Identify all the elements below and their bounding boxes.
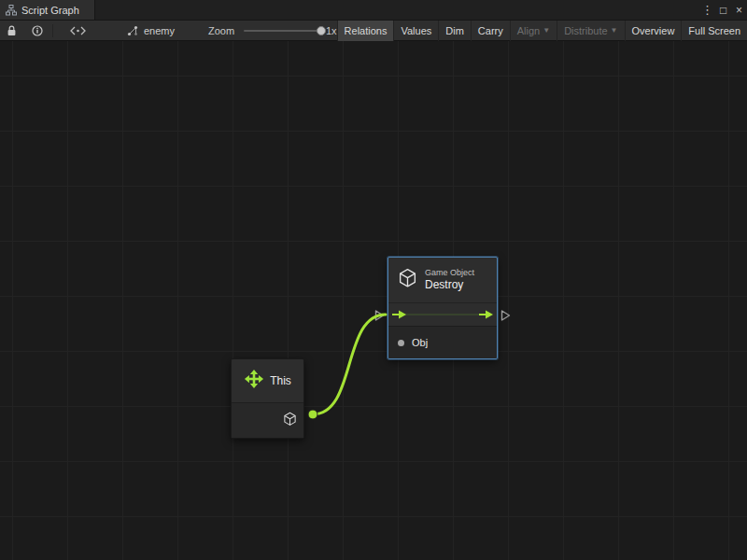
graph-asset-icon: [123, 21, 142, 41]
cube-icon: [398, 268, 417, 292]
code-icon[interactable]: [66, 21, 90, 41]
titlebar: Script Graph ⋮ □ ×: [0, 0, 747, 21]
move-arrows-icon: [244, 369, 264, 393]
node-destroy[interactable]: Game Object Destroy Obj: [388, 257, 498, 359]
maximize-icon[interactable]: □: [715, 0, 731, 20]
toolbar-button-group: Relations Values Dim Carry Align ▼ Distr…: [337, 21, 747, 41]
node-this-title: This: [270, 374, 291, 387]
overview-button-label: Overview: [632, 25, 675, 36]
graph-name-label: enemy: [144, 25, 175, 36]
overview-button[interactable]: Overview: [625, 21, 682, 41]
flow-out-arrow-icon[interactable]: [479, 310, 493, 319]
obj-input-port[interactable]: [398, 340, 404, 346]
node-destroy-titles: Game Object Destroy: [425, 268, 474, 292]
node-destroy-category: Game Object: [425, 268, 474, 278]
zoom-slider-handle[interactable]: [317, 26, 326, 35]
relations-button-label: Relations: [345, 25, 388, 36]
flow-output-port[interactable]: [500, 309, 511, 326]
tab-title: Script Graph: [21, 5, 79, 16]
carry-button-label: Carry: [478, 25, 503, 36]
graph-canvas[interactable]: This: [0, 41, 747, 560]
tab-script-graph[interactable]: Script Graph: [0, 0, 95, 20]
info-icon[interactable]: [28, 21, 47, 41]
wire-layer: [0, 41, 747, 560]
distribute-dropdown-label: Distribute: [564, 25, 607, 36]
zoom-slider-track: [244, 30, 318, 32]
connection-wire[interactable]: [313, 315, 386, 414]
carry-button[interactable]: Carry: [471, 21, 510, 41]
distribute-dropdown[interactable]: Distribute ▼: [557, 21, 624, 41]
node-destroy-flow-row: [388, 302, 497, 326]
values-button-label: Values: [401, 25, 431, 36]
close-icon[interactable]: ×: [731, 0, 747, 20]
cube-icon: [283, 412, 297, 430]
dim-button[interactable]: Dim: [438, 21, 471, 41]
full-screen-button[interactable]: Full Screen: [681, 21, 747, 41]
zoom-slider[interactable]: [244, 25, 318, 36]
obj-input-label: Obj: [412, 337, 428, 348]
graph-toolbar: enemy Zoom 1x Relations Values Dim Carry…: [0, 21, 747, 41]
align-dropdown-label: Align: [517, 25, 540, 36]
align-dropdown[interactable]: Align ▼: [510, 21, 557, 41]
chevron-down-icon: ▼: [611, 27, 618, 35]
node-this-header: This: [232, 359, 303, 402]
zoom-label: Zoom: [208, 25, 234, 36]
full-screen-button-label: Full Screen: [688, 25, 740, 36]
zoom-value: 1x: [326, 25, 337, 36]
relations-button[interactable]: Relations: [337, 21, 394, 41]
window-menu-icon[interactable]: ⋮: [699, 0, 715, 20]
node-this[interactable]: This: [231, 358, 304, 439]
values-button[interactable]: Values: [393, 21, 438, 41]
this-output-port[interactable]: [308, 410, 317, 419]
lock-icon[interactable]: [3, 21, 21, 41]
node-destroy-header: Game Object Destroy: [388, 258, 497, 302]
toolbar-divider: [52, 24, 53, 37]
node-destroy-body: Obj: [388, 326, 497, 358]
flow-relation-line: [404, 314, 481, 315]
node-destroy-title: Destroy: [425, 278, 474, 292]
flow-in-arrow-icon[interactable]: [392, 310, 406, 319]
chevron-down-icon: ▼: [543, 27, 550, 35]
titlebar-spacer: [95, 0, 699, 20]
script-graph-icon: [6, 5, 17, 16]
flow-input-port[interactable]: [374, 309, 385, 326]
node-this-footer: [232, 402, 303, 438]
dim-button-label: Dim: [445, 25, 464, 36]
